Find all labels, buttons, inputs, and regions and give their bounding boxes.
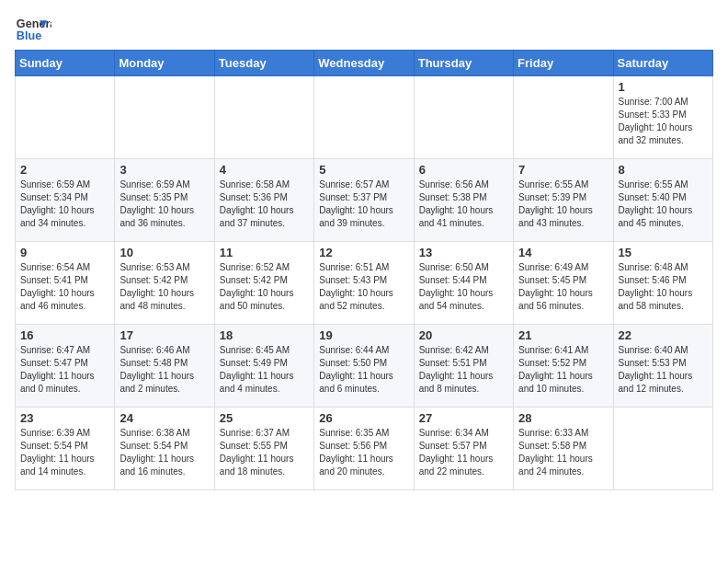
- calendar-cell: 21Sunrise: 6:41 AM Sunset: 5:52 PM Dayli…: [514, 325, 613, 408]
- calendar-cell: 27Sunrise: 6:34 AM Sunset: 5:57 PM Dayli…: [414, 408, 513, 490]
- weekday-thursday: Thursday: [414, 51, 513, 76]
- day-info: Sunrise: 6:55 AM Sunset: 5:39 PM Dayligh…: [518, 178, 608, 230]
- weekday-tuesday: Tuesday: [214, 51, 313, 76]
- day-number: 17: [119, 328, 209, 342]
- calendar-cell: 28Sunrise: 6:33 AM Sunset: 5:58 PM Dayli…: [514, 408, 613, 490]
- calendar-cell: 4Sunrise: 6:58 AM Sunset: 5:36 PM Daylig…: [214, 159, 313, 242]
- day-number: 2: [20, 163, 109, 177]
- calendar-cell: 8Sunrise: 6:55 AM Sunset: 5:40 PM Daylig…: [613, 159, 712, 242]
- day-info: Sunrise: 6:57 AM Sunset: 5:37 PM Dayligh…: [319, 178, 408, 230]
- day-info: Sunrise: 6:37 AM Sunset: 5:55 PM Dayligh…: [220, 427, 309, 478]
- day-number: 14: [518, 246, 608, 259]
- day-number: 8: [619, 163, 708, 177]
- calendar-cell: 1Sunrise: 7:00 AM Sunset: 5:33 PM Daylig…: [613, 76, 712, 159]
- day-number: 23: [20, 411, 109, 425]
- logo: General Blue: [15, 15, 55, 42]
- weekday-saturday: Saturday: [613, 51, 712, 76]
- logo-icon: General Blue: [15, 15, 51, 42]
- calendar-cell: 6Sunrise: 6:56 AM Sunset: 5:38 PM Daylig…: [414, 159, 513, 242]
- day-info: Sunrise: 6:54 AM Sunset: 5:41 PM Dayligh…: [20, 261, 109, 313]
- calendar-cell: 17Sunrise: 6:46 AM Sunset: 5:48 PM Dayli…: [115, 325, 214, 408]
- day-number: 19: [319, 328, 408, 342]
- calendar-cell: 10Sunrise: 6:53 AM Sunset: 5:42 PM Dayli…: [115, 242, 214, 325]
- day-number: 20: [419, 328, 508, 342]
- calendar-cell: 23Sunrise: 6:39 AM Sunset: 5:54 PM Dayli…: [16, 408, 115, 490]
- day-info: Sunrise: 6:35 AM Sunset: 5:56 PM Dayligh…: [319, 427, 408, 478]
- svg-text:Blue: Blue: [17, 29, 41, 42]
- day-info: Sunrise: 6:50 AM Sunset: 5:44 PM Dayligh…: [419, 261, 508, 313]
- calendar-cell: [613, 408, 712, 490]
- day-number: 27: [419, 411, 508, 425]
- day-info: Sunrise: 6:42 AM Sunset: 5:51 PM Dayligh…: [419, 344, 508, 396]
- calendar-cell: 12Sunrise: 6:51 AM Sunset: 5:43 PM Dayli…: [314, 242, 414, 325]
- calendar-body: 1Sunrise: 7:00 AM Sunset: 5:33 PM Daylig…: [16, 76, 713, 490]
- day-info: Sunrise: 6:38 AM Sunset: 5:54 PM Dayligh…: [119, 427, 209, 478]
- calendar-cell: 20Sunrise: 6:42 AM Sunset: 5:51 PM Dayli…: [414, 325, 513, 408]
- weekday-friday: Friday: [514, 51, 613, 76]
- calendar-week-2: 9Sunrise: 6:54 AM Sunset: 5:41 PM Daylig…: [16, 242, 713, 325]
- calendar-cell: 24Sunrise: 6:38 AM Sunset: 5:54 PM Dayli…: [115, 408, 214, 490]
- day-number: 24: [119, 411, 209, 425]
- page-header: General Blue: [15, 15, 713, 42]
- calendar-cell: 14Sunrise: 6:49 AM Sunset: 5:45 PM Dayli…: [514, 242, 613, 325]
- day-info: Sunrise: 6:56 AM Sunset: 5:38 PM Dayligh…: [419, 178, 508, 230]
- weekday-header-row: SundayMondayTuesdayWednesdayThursdayFrid…: [16, 51, 713, 76]
- calendar-cell: 16Sunrise: 6:47 AM Sunset: 5:47 PM Dayli…: [16, 325, 115, 408]
- calendar-cell: 9Sunrise: 6:54 AM Sunset: 5:41 PM Daylig…: [16, 242, 115, 325]
- day-info: Sunrise: 6:58 AM Sunset: 5:36 PM Dayligh…: [220, 178, 309, 230]
- day-info: Sunrise: 6:39 AM Sunset: 5:54 PM Dayligh…: [20, 427, 109, 478]
- day-number: 5: [319, 163, 408, 177]
- day-info: Sunrise: 6:47 AM Sunset: 5:47 PM Dayligh…: [20, 344, 109, 396]
- day-number: 6: [419, 163, 508, 177]
- calendar-cell: 11Sunrise: 6:52 AM Sunset: 5:42 PM Dayli…: [214, 242, 313, 325]
- calendar-week-4: 23Sunrise: 6:39 AM Sunset: 5:54 PM Dayli…: [16, 408, 713, 490]
- day-info: Sunrise: 6:46 AM Sunset: 5:48 PM Dayligh…: [119, 344, 209, 396]
- calendar-week-1: 2Sunrise: 6:59 AM Sunset: 5:34 PM Daylig…: [16, 159, 713, 242]
- day-info: Sunrise: 6:34 AM Sunset: 5:57 PM Dayligh…: [419, 427, 508, 478]
- day-number: 21: [518, 328, 608, 342]
- day-info: Sunrise: 6:48 AM Sunset: 5:46 PM Dayligh…: [619, 261, 708, 313]
- day-number: 7: [518, 163, 608, 177]
- day-info: Sunrise: 6:51 AM Sunset: 5:43 PM Dayligh…: [319, 261, 408, 313]
- day-number: 28: [518, 411, 608, 425]
- day-info: Sunrise: 6:52 AM Sunset: 5:42 PM Dayligh…: [220, 261, 309, 313]
- day-number: 12: [319, 246, 408, 259]
- weekday-wednesday: Wednesday: [314, 51, 414, 76]
- day-number: 18: [220, 328, 309, 342]
- calendar-cell: 15Sunrise: 6:48 AM Sunset: 5:46 PM Dayli…: [613, 242, 712, 325]
- day-info: Sunrise: 6:40 AM Sunset: 5:53 PM Dayligh…: [619, 344, 708, 396]
- calendar-cell: 13Sunrise: 6:50 AM Sunset: 5:44 PM Dayli…: [414, 242, 513, 325]
- day-number: 4: [220, 163, 309, 177]
- calendar-cell: 7Sunrise: 6:55 AM Sunset: 5:39 PM Daylig…: [514, 159, 613, 242]
- day-number: 25: [220, 411, 309, 425]
- day-number: 10: [119, 246, 209, 259]
- calendar-cell: [314, 76, 414, 159]
- calendar-week-0: 1Sunrise: 7:00 AM Sunset: 5:33 PM Daylig…: [16, 76, 713, 159]
- calendar-cell: 22Sunrise: 6:40 AM Sunset: 5:53 PM Dayli…: [613, 325, 712, 408]
- calendar-cell: 26Sunrise: 6:35 AM Sunset: 5:56 PM Dayli…: [314, 408, 414, 490]
- day-info: Sunrise: 6:59 AM Sunset: 5:34 PM Dayligh…: [20, 178, 109, 230]
- day-number: 13: [419, 246, 508, 259]
- calendar-cell: 2Sunrise: 6:59 AM Sunset: 5:34 PM Daylig…: [16, 159, 115, 242]
- calendar-cell: [514, 76, 613, 159]
- day-info: Sunrise: 6:59 AM Sunset: 5:35 PM Dayligh…: [119, 178, 209, 230]
- day-number: 26: [319, 411, 408, 425]
- calendar-cell: 25Sunrise: 6:37 AM Sunset: 5:55 PM Dayli…: [214, 408, 313, 490]
- calendar-cell: [115, 76, 214, 159]
- day-number: 16: [20, 328, 109, 342]
- day-info: Sunrise: 6:49 AM Sunset: 5:45 PM Dayligh…: [518, 261, 608, 313]
- day-number: 22: [619, 328, 708, 342]
- day-number: 9: [20, 246, 109, 259]
- day-info: Sunrise: 6:53 AM Sunset: 5:42 PM Dayligh…: [119, 261, 209, 313]
- day-number: 15: [619, 246, 708, 259]
- calendar-cell: 19Sunrise: 6:44 AM Sunset: 5:50 PM Dayli…: [314, 325, 414, 408]
- calendar-table: SundayMondayTuesdayWednesdayThursdayFrid…: [15, 50, 713, 490]
- day-number: 3: [119, 163, 209, 177]
- calendar-cell: 5Sunrise: 6:57 AM Sunset: 5:37 PM Daylig…: [314, 159, 414, 242]
- calendar-week-3: 16Sunrise: 6:47 AM Sunset: 5:47 PM Dayli…: [16, 325, 713, 408]
- day-info: Sunrise: 6:44 AM Sunset: 5:50 PM Dayligh…: [319, 344, 408, 396]
- day-number: 11: [220, 246, 309, 259]
- day-info: Sunrise: 6:55 AM Sunset: 5:40 PM Dayligh…: [619, 178, 708, 230]
- weekday-monday: Monday: [115, 51, 214, 76]
- calendar-cell: [16, 76, 115, 159]
